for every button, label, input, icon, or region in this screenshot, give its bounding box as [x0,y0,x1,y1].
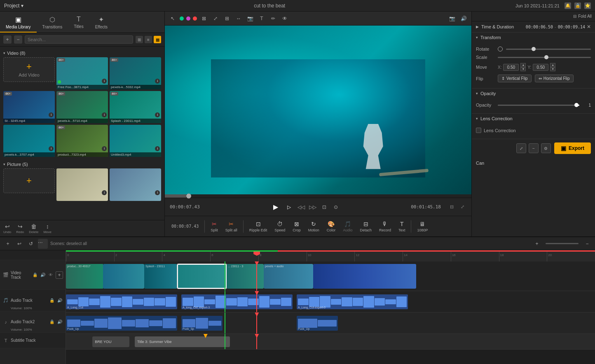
image-quality-tool[interactable]: 🖥 1080P [414,219,431,234]
video-clip-2[interactable] [103,264,144,289]
zoom-out-btn[interactable]: − [529,143,539,153]
list-view-btn[interactable]: ≡ [145,36,152,43]
undo-btn[interactable]: ↩ Undo [3,223,11,234]
fullscreen-btn[interactable]: ⤢ [458,203,466,211]
opacity-slider[interactable] [498,105,579,106]
audio-tool[interactable]: 🎵 Audio [340,219,356,234]
color-dot-purple[interactable] [186,16,190,21]
tab-media-library[interactable]: ▣ Media Library [0,14,37,33]
search-input[interactable] [25,35,133,44]
audio-clip-3[interactable]: A_Long_Cut-export-0 [297,294,408,309]
eye-tool-btn[interactable]: 👁 [280,14,289,23]
add-track-btn[interactable]: + [3,239,12,248]
record-tool[interactable]: 🎙 Record [376,219,394,234]
video-item-5[interactable]: 4K+ ℹ Splash - 23011.mp4 [110,91,161,123]
video-volume-btn[interactable]: 🔊 [40,272,46,278]
volume-btn[interactable]: 🔊 [459,14,468,23]
audio2-volume-btn[interactable]: 🔊 [56,319,63,325]
audio2-lock-btn[interactable]: 🔒 [49,319,55,325]
video-item-3[interactable]: 4K+ ℹ St - 3245.mp4 [3,91,55,123]
rewind-btn[interactable]: ◁◁ [296,202,306,212]
flip-h-tool-btn[interactable]: ↔ [234,14,243,23]
subtitle-clip-2[interactable]: Title 3: Summer Vibe [135,336,230,347]
seekbar-thumb[interactable] [186,194,191,198]
audio2-clip-2[interactable]: Puck_Sp [181,316,223,331]
y-up-btn[interactable]: ▲ [550,63,555,67]
timeline-zoom-slider[interactable] [546,243,579,244]
delete-btn[interactable]: 🗑 Delete [29,223,38,234]
video-item-8[interactable]: ℹ Untitled3.mp4 [110,125,161,157]
project-menu[interactable]: Project ▾ [4,3,23,9]
timeline-zoom-out-btn[interactable]: − [583,239,592,248]
x-up-btn[interactable]: ▲ [520,63,526,67]
opacity-header[interactable]: ▾ Opacity [472,89,595,98]
crop-tool-btn[interactable]: ⊠ [199,14,208,23]
speed-tool[interactable]: ⏱ Speed [271,219,288,234]
audio2-clip-1[interactable]: Puck_Up [66,316,177,331]
color-dot-red[interactable] [193,16,197,21]
crop-tool[interactable]: ⊠ Crop [289,219,304,234]
playback-seekbar[interactable] [165,194,471,198]
video-clip-6[interactable]: pexels + audio [264,264,313,289]
audio-clip-1[interactable]: A_Long_Cut [66,294,177,309]
forward-btn[interactable]: ▷▷ [308,202,318,212]
split-all-tool[interactable]: ✂ Split all [222,219,241,234]
dual-preview-btn[interactable]: ⊟ [447,203,456,211]
move-btn[interactable]: ↕ Move [43,223,52,234]
video-clip-4-selected[interactable] [177,264,227,289]
picture-item-2[interactable]: ℹ [110,168,161,201]
audio-lock-btn[interactable]: 🔒 [49,297,55,304]
video-section-header[interactable]: ▾ Video (8) [3,49,161,57]
settings-btn[interactable]: ⚙ [541,143,551,153]
add-picture-btn[interactable]: + [3,168,55,193]
video-clip-1[interactable]: produc...30 49317 [66,264,103,289]
grid-view-btn[interactable]: ⊞ [136,36,143,43]
filter-btn[interactable]: ▦ [154,36,161,43]
fit-size-btn[interactable]: ⤢ [516,143,526,153]
video-lock-btn[interactable]: 🔒 [32,272,38,278]
play-alt-button[interactable]: ▷ [283,201,295,213]
transform-header[interactable]: ▾ Transform [472,33,595,42]
tab-transitions[interactable]: ⬡ Transitions [37,14,68,33]
draw-tool-btn[interactable]: ✏ [269,14,278,23]
text-tool-edit[interactable]: T Text [395,219,409,234]
video-clip-5[interactable]: ... 23011 - 3 [227,264,264,289]
detach-tool[interactable]: ⊟ Detach [356,219,375,234]
add-media-small-btn[interactable]: + [3,35,12,44]
resize-tool-btn[interactable]: ⊞ [223,14,232,23]
scale-slider[interactable] [498,57,591,58]
picture-item-1[interactable]: ℹ [56,168,108,201]
text-tool-btn[interactable]: T [257,14,266,23]
audio-clip-2[interactable]: A_long_Cut_export-3 [181,294,293,309]
time-duration-header[interactable]: ▶ Time & Duration 00:00:06.50 - 00:00:09… [472,21,595,32]
redo-btn[interactable]: ↪ Redo [16,223,24,234]
timeline-zoom-in-btn[interactable]: + [532,239,541,248]
split-tool[interactable]: ✂ Split [207,219,221,234]
fold-all-btn[interactable]: ⊟ Fold All [573,14,592,19]
export-button[interactable]: ▣ Export [554,142,591,154]
x-down-btn[interactable]: ▼ [520,67,526,71]
tab-effects[interactable]: ✦ Effects [89,14,113,33]
pointer-tool-btn[interactable]: ↖ [168,14,177,23]
timeline-dots-btn[interactable]: ··· [38,239,48,249]
vertical-flip-btn[interactable]: ⇕ Vertical Flip [498,75,532,82]
add-video-track-btn[interactable]: + [56,271,63,279]
video-eye-btn[interactable]: 👁 [47,272,54,278]
lock-icon[interactable]: 🔒 [574,2,581,9]
ripple-edit-tool[interactable]: ⊡ Ripple Edit [246,219,271,234]
clip-start-btn[interactable]: ⊡ [319,202,329,212]
bell-icon[interactable]: 🔔 [565,2,571,9]
time-close-btn[interactable]: ✕ [587,24,591,30]
picture-section-header[interactable]: ▾ Picture (5) [3,160,161,168]
rotate-control[interactable] [498,47,503,51]
video-item-7[interactable]: 4K+ ℹ product...7323.mp4 [56,125,108,157]
audio-volume-btn[interactable]: 🔊 [56,297,63,304]
color-tool[interactable]: 🎨 Color [323,219,339,234]
y-value[interactable]: 0.50 [533,64,548,71]
add-video-btn[interactable]: + Add Video [3,57,55,82]
play-button[interactable]: ▶ [270,201,281,213]
video-item-4[interactable]: 4K+ ℹ pexels-k...5710.mp4 [56,91,108,123]
color-dot-green[interactable] [180,16,184,21]
video-clip-7[interactable] [313,264,416,289]
clip-end-btn[interactable]: ⊙ [331,202,341,212]
